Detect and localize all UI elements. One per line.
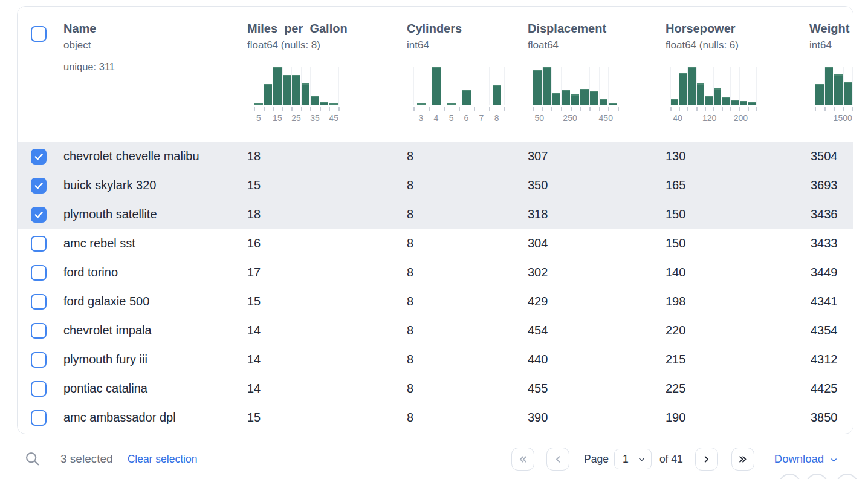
chevron-double-right-icon [737,454,748,464]
histogram-bar [705,96,713,105]
table-body: chevrolet chevelle malibu 18 8 307 130 3… [18,142,853,432]
column-dtype: int64 [809,39,849,51]
histogram-bar [580,89,589,105]
row-checkbox[interactable] [31,265,47,281]
axis-tick [748,107,749,111]
histogram-bar [254,103,263,105]
cell-displacement: 440 [528,345,548,374]
clear-selection-link[interactable]: Clear selection [128,453,198,466]
axis-tick [705,107,706,111]
row-checkbox[interactable] [31,149,47,165]
row-checkbox[interactable] [31,352,47,368]
page: Name object unique: 311 Miles_per_Gallon… [0,0,868,479]
cell-cylinders: 8 [407,171,413,200]
axis-tick [696,107,698,111]
histogram-bar [815,84,824,105]
histogram-bar [311,96,319,105]
chevron-right-icon [701,454,711,464]
cell-cylinders: 8 [407,403,413,432]
table-row: ford torino 17 8 302 140 3449 [18,258,853,287]
axis-tick [561,107,562,111]
histogram-weight: 15003500 [815,67,853,128]
axis-tick [533,107,534,111]
cell-weight: 3436 [811,200,838,229]
histogram-bar [671,99,678,105]
histogram-bar [697,83,704,105]
page-number-select[interactable]: 1 [614,449,652,469]
cell-horsepower: 150 [666,229,685,258]
axis-tick-label: 15 [273,113,282,123]
axis-tick-label: 450 [599,113,613,123]
row-checkbox[interactable] [31,294,47,310]
cutoff-round-button[interactable] [836,474,858,479]
column-dtype: object [63,39,115,51]
page-label: Page [584,453,609,466]
histogram-bar [834,74,843,105]
cell-horsepower: 130 [666,142,685,171]
last-page-button[interactable] [731,448,754,471]
column-title: Cylinders [407,21,462,36]
next-page-button[interactable] [695,448,718,471]
row-checkbox[interactable] [31,236,47,252]
search-icon[interactable] [24,451,41,468]
histogram-displacement: 50250450 [533,67,618,128]
download-menu[interactable]: Download [774,452,838,466]
histogram-bar [731,100,738,105]
cell-cylinders: 8 [407,287,413,316]
histogram-miles-per-gallon: 515253545 [254,67,338,128]
cell-cylinders: 8 [407,142,413,171]
cell-name: amc rebel sst [63,229,135,258]
histogram-gridline [429,67,429,105]
cell-miles-per-gallon: 14 [247,316,261,345]
checkmark-icon [33,180,44,191]
histogram-bar [562,90,570,105]
histogram-bar [543,67,551,105]
row-checkbox[interactable] [31,323,47,339]
axis-tick-label: 40 [673,113,682,123]
axis-tick [282,107,283,111]
axis-tick [489,107,490,111]
table-row: amc ambassador dpl 15 8 390 190 3850 [18,403,853,432]
axis-tick-label: 5 [256,113,261,123]
row-checkbox[interactable] [31,178,47,194]
axis-tick [320,107,321,111]
axis-tick [679,107,680,111]
histogram-gridline [730,67,731,105]
axis-tick-label: 25 [291,113,301,123]
row-checkbox[interactable] [31,207,47,223]
row-checkbox[interactable] [31,410,47,426]
histogram-gridline [329,67,329,105]
cell-name: ford torino [63,258,118,287]
histogram-bar [740,101,747,105]
table-row: plymouth fury iii 14 8 440 215 4312 [18,345,853,374]
histogram-bar [748,102,756,105]
axis-tick-label: 250 [563,113,577,123]
select-all-checkbox[interactable] [31,26,47,42]
cell-horsepower: 225 [666,374,685,403]
axis-tick-label: 7 [479,113,484,123]
axis-tick-label: 4 [434,113,439,123]
histogram-gridline [338,67,339,105]
chevron-down-icon [637,455,646,464]
cell-name: chevrolet impala [63,316,152,345]
axis-tick [504,107,505,111]
histogram-bar [609,103,617,105]
row-checkbox[interactable] [31,381,47,397]
table-row: plymouth satellite 18 8 318 150 3436 [18,200,853,229]
axis-tick-label: 3 [419,113,424,123]
column-header-weight: Weight int64 [809,21,849,51]
histogram-bar [714,88,721,105]
prev-page-button[interactable] [546,448,569,471]
cell-horsepower: 215 [666,345,685,374]
first-page-button[interactable] [511,448,534,471]
footer-selection: 3 selected Clear selection [24,442,197,477]
histogram-bar [688,67,695,105]
axis-tick [852,107,853,111]
cell-miles-per-gallon: 15 [247,171,261,200]
histogram-bar [417,103,426,105]
column-header-horsepower: Horsepower float64 (nulls: 6) [666,21,739,51]
cell-weight: 3449 [811,258,838,287]
chevron-down-icon [829,455,838,464]
histogram-gridline [413,67,414,105]
cell-weight: 4425 [811,374,838,403]
